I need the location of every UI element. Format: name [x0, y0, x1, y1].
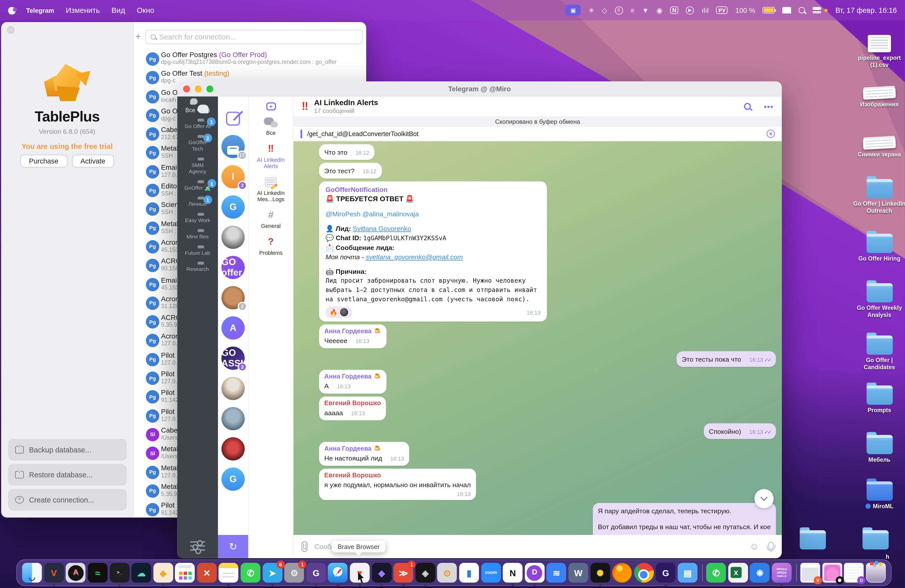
stats-menu-icon[interactable]: ılıl [702, 6, 709, 14]
desktop-icon[interactable]: Go Offer Hiring [853, 234, 905, 262]
dock-item[interactable] [175, 563, 195, 583]
dock-item[interactable] [700, 563, 704, 583]
desktop-icon[interactable]: Go Offer Weekly Analysis [853, 283, 905, 319]
menu-view[interactable]: Вид [111, 6, 125, 14]
chat-avatar-item[interactable] [218, 404, 248, 434]
dock-item[interactable]: ⊙ [437, 563, 457, 583]
chat-avatar-item[interactable]: G [218, 464, 248, 494]
purchase-button[interactable]: Purchase [20, 155, 67, 167]
topic-item[interactable]: ‼ # ? Все [249, 116, 293, 136]
topic-item[interactable]: ‼ # ? Problems [249, 235, 293, 256]
funnel-menu-icon[interactable]: ▼ [642, 6, 649, 14]
folder-tab[interactable]: Mine files [187, 231, 209, 240]
activate-button[interactable]: Activate [72, 155, 114, 167]
chat-avatar-item[interactable]: A [218, 313, 248, 343]
dock-item[interactable]: ≋ [546, 563, 566, 583]
dock-item[interactable] [728, 563, 748, 583]
bot-notification-bubble[interactable]: GoOfferNotification 🚨 ТРЕБУЕТСЯ ОТВЕТ 🚨 … [319, 181, 547, 321]
search-icon[interactable] [799, 7, 805, 13]
folder-tab[interactable]: Easy Work [185, 215, 210, 224]
message-bubble[interactable]: Евгений Ворошко я уже подумал, нормально… [319, 469, 476, 500]
desktop-icon[interactable]: Prompts [853, 386, 905, 414]
email-link[interactable]: svetlana_govorenko@gmail.com [366, 254, 463, 261]
dock-item[interactable]: V [44, 563, 64, 583]
screen-sharing-indicator[interactable]: ▣ [566, 5, 581, 16]
close-draft-icon[interactable]: ✕ [767, 130, 775, 138]
desktop-icon[interactable]: MiroML [853, 482, 905, 510]
dock-item[interactable]: G [306, 563, 326, 583]
robot-menu-icon[interactable]: ◉ [656, 6, 662, 14]
desktop-icon[interactable]: Мебель [853, 435, 905, 463]
message-bubble[interactable]: Анна Гордеева 🍮 Не настоящий лид16:13 [319, 442, 409, 466]
message-bubble[interactable]: Это тесты пока что16:13✓✓ [676, 351, 776, 367]
menu-edit[interactable]: Изменить [66, 6, 100, 14]
backup-database-button[interactable]: Backup database... [8, 439, 127, 461]
chat-avatar-item[interactable] [218, 373, 248, 404]
dock-item[interactable] [328, 563, 348, 583]
topic-item[interactable]: ‼ # ? General [249, 209, 293, 229]
stack-menu-icon[interactable]: ≡ [630, 6, 635, 14]
telegram-titlebar[interactable]: Telegram @ @Miro [177, 81, 781, 97]
chat-avatar-item[interactable] [218, 222, 248, 252]
shield-menu-icon[interactable]: ◇ [602, 6, 607, 14]
folder-tab[interactable]: SMM Agency [189, 160, 206, 175]
dock-item[interactable]: G [656, 563, 676, 583]
dock-item[interactable]: ≫ 1 [394, 563, 414, 583]
dock-item[interactable]: ◆ [372, 563, 392, 583]
attach-icon[interactable] [302, 541, 308, 552]
scroll-to-bottom-button[interactable] [754, 489, 773, 508]
control-center-icon[interactable] [813, 7, 822, 13]
dock-item[interactable]: >_ [110, 563, 129, 583]
dock-item[interactable] [22, 563, 42, 583]
dock-item[interactable] [219, 563, 238, 583]
dock-item[interactable]: ◈ [416, 563, 435, 583]
chat-avatar-item[interactable]: GO offer [218, 252, 248, 283]
dock-item[interactable]: ✆ [241, 563, 260, 583]
dock-item[interactable]: D [844, 563, 864, 583]
folder-tab[interactable]: 1 Go Offer AI [184, 121, 211, 130]
desktop-icon[interactable]: Снимки экрана [853, 138, 905, 158]
dock-item[interactable] [634, 563, 654, 583]
folder-tab[interactable]: 1 GoOffer 🧑‍💻 [184, 183, 211, 191]
chat-avatar-item[interactable]: 17 [218, 132, 248, 162]
connection-row[interactable]: Pg Go Offer Postgres (Go Offer Prod) dpg… [134, 50, 366, 69]
folder-tab[interactable]: Future Lab [185, 248, 210, 256]
dock-item[interactable] [612, 563, 632, 583]
dock-item[interactable]: ⚙ 1 [284, 563, 304, 583]
dock-item[interactable]: ❋ [750, 563, 770, 583]
connection-search-field[interactable]: Search for connection... [145, 30, 363, 44]
draft-bar[interactable]: /get_chat_id@LeadConverterToolkitBot ✕ [294, 127, 782, 141]
dock-item[interactable] [794, 563, 798, 583]
input-language-indicator[interactable]: РУ [716, 6, 728, 14]
dock-item[interactable]: ✺ [822, 563, 842, 583]
menu-clock[interactable]: Вт, 17 февр. 16:16 [835, 6, 897, 14]
desktop-icon[interactable]: Go Offer | LinkedIn Outreach [853, 179, 905, 215]
message-bubble[interactable]: Я пару апдейтов сделал, теперь тестирую.… [592, 503, 776, 535]
dock-item[interactable]: ▤ [678, 563, 698, 583]
dock-item[interactable]: ◆ [153, 563, 173, 583]
dock-item[interactable]: ▼ [350, 563, 370, 583]
dock-item[interactable] [866, 563, 886, 583]
dock-item[interactable]: V [800, 563, 820, 583]
chat-menu-icon[interactable]: ••• [764, 102, 774, 111]
dock-item[interactable] [66, 563, 86, 583]
microphone-icon[interactable] [768, 542, 773, 549]
add-connection-button[interactable]: + [135, 32, 141, 42]
asterisk-menu-icon[interactable]: ✳ [588, 6, 594, 14]
message-bubble[interactable]: Это тест?16:12 [319, 163, 382, 178]
chat-search-icon[interactable] [744, 103, 751, 110]
reaction-pill[interactable]: 🔥 [325, 306, 352, 318]
emoji-icon[interactable]: ☺ [749, 541, 759, 552]
desktop-icon[interactable]: pipeline_export (1).csv [853, 35, 905, 69]
battery-icon[interactable] [763, 7, 775, 13]
notion-menu-icon[interactable]: N [670, 6, 678, 14]
folder-tab[interactable]: 1 Личные [188, 199, 207, 208]
dock-item[interactable]: W [568, 563, 588, 583]
dock-item[interactable]: ✺ [590, 563, 610, 583]
folder-tab[interactable]: 2 GoOffer Tech [188, 137, 207, 153]
sidebar-settings-icon[interactable] [190, 541, 205, 551]
topic-item[interactable]: ‼ # ? AI LinkedIn Mes...Logs [249, 176, 293, 202]
dock-item[interactable]: idehaca p69@g mail.co [772, 563, 792, 583]
message-bubble[interactable]: Что это16:12 [319, 144, 374, 160]
chat-avatar-item[interactable] [218, 434, 248, 464]
